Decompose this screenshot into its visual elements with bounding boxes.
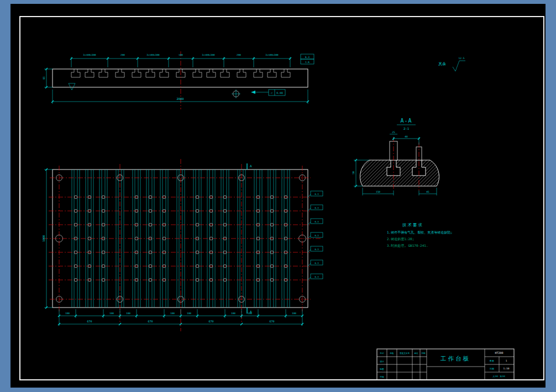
callout-value: 6.3	[314, 262, 319, 264]
dim-text: 670	[269, 320, 274, 323]
dim-text: 3×100=300	[265, 54, 279, 56]
gdt-value: 0.08	[276, 92, 283, 94]
dim-text: 100	[109, 312, 114, 315]
notes-title: 技术要求	[402, 223, 423, 227]
note-line: 2.铸造斜度1:20;	[387, 237, 414, 241]
callout-value: 6.3	[314, 276, 319, 278]
tb-header-cell: 处数	[390, 352, 394, 354]
dim-text: 200	[237, 54, 241, 56]
dim-text: 100	[231, 312, 235, 315]
dim-text: 670	[208, 320, 213, 323]
tb-header-cell: 标记	[379, 352, 384, 354]
qty-label: 数量	[490, 359, 494, 362]
drawing-canvas: 3×100=300 200 3×100=300 100 3×100=300 20…	[0, 0, 556, 392]
cad-viewport: 3×100=300 200 3×100=300 100 3×100=300 20…	[0, 0, 556, 392]
finish-value: 1.6	[305, 61, 310, 63]
callout-value: 6.3	[314, 248, 319, 251]
material-value: HT200	[495, 351, 503, 354]
tb-row-label: 审核	[380, 375, 384, 378]
dim-text: 25	[392, 131, 395, 134]
sheet-info: 共1张 第1张	[492, 375, 505, 378]
dim-text: 100	[179, 54, 183, 56]
tb-row-label: 制图	[380, 368, 384, 370]
dim-text: 85	[43, 76, 45, 80]
dim-text: 100	[292, 312, 296, 315]
dim-text: 2000	[176, 97, 183, 100]
tb-header-cell: 更改文件号	[400, 352, 410, 354]
section-title: A-A	[400, 118, 412, 124]
paper-background	[11, 4, 545, 388]
dim-text: 670	[148, 320, 153, 323]
dim-text: 3×100=300	[202, 54, 215, 56]
callout-value: 6.3	[314, 234, 319, 237]
dim-text: 670	[87, 320, 92, 323]
dim-text: 3×100=300	[83, 54, 96, 56]
qty-value: 1	[506, 359, 507, 362]
dim-text: 40	[405, 135, 408, 138]
surface-note-label: 其余	[438, 62, 446, 66]
dim-text: 150	[376, 190, 380, 193]
note-line: 1.铸件不得有气孔、裂纹、夹渣等铸造缺陷;	[387, 230, 453, 235]
tb-header-cell: 日期	[421, 352, 426, 354]
surface-note-value: 12.5	[459, 57, 465, 60]
dim-text: 100	[170, 312, 175, 315]
dim-text: 100	[187, 312, 191, 315]
dim-text: 100	[65, 312, 70, 315]
callout-value: 6.3	[314, 220, 319, 223]
cut-label: A	[250, 164, 252, 168]
finish-value: 6.3	[305, 56, 310, 59]
callout-value: 6.3	[314, 206, 319, 209]
dim-text: 1000	[42, 235, 45, 242]
dim-text: 200	[120, 54, 125, 56]
dim-text: 45	[426, 190, 429, 193]
tb-header-cell: 签名	[414, 352, 418, 354]
tb-row-label: 设计	[380, 360, 384, 363]
scale-value: 1:10	[503, 367, 510, 370]
dim-text: 3×100=300	[146, 54, 160, 56]
dim-text: 100	[248, 312, 252, 315]
dim-text: 50	[352, 171, 355, 174]
section-scale: 2:1	[403, 127, 409, 130]
note-line: 3.时效处理, GB170-241.	[387, 243, 428, 248]
callout-value: 6.3	[314, 193, 319, 195]
dim-text: 100	[126, 312, 130, 315]
part-name: 工作台板	[440, 355, 470, 362]
